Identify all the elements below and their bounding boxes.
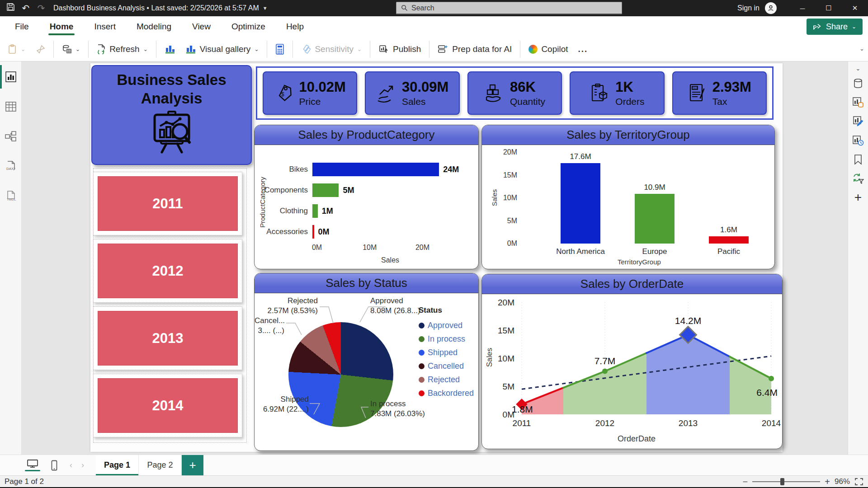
add-page-button[interactable]: +	[182, 455, 203, 476]
zoom-level: 96%	[835, 477, 850, 486]
slicer-2013[interactable]: 2013	[93, 306, 242, 370]
data-pane-icon[interactable]	[848, 74, 868, 93]
menu-modeling[interactable]: Modeling	[126, 16, 182, 37]
search-input[interactable]: Search	[396, 2, 622, 14]
kpi-card-price[interactable]: $ 10.02MPrice	[263, 71, 357, 115]
kpi-card-sales[interactable]: 30.09MSales	[365, 71, 459, 115]
report-title-card[interactable]: Business Sales Analysis	[91, 65, 252, 165]
legend-item-cancelled[interactable]: Cancelled	[419, 359, 474, 373]
add-pane-icon[interactable]: +	[848, 188, 868, 207]
legend-item-backordered[interactable]: Backordered	[419, 386, 474, 400]
bookmarks-pane-icon[interactable]	[848, 150, 868, 169]
close-button[interactable]: ✕	[842, 0, 868, 16]
sensitivity-button[interactable]: Sensitivity ⌄	[298, 42, 364, 57]
line-chart-orderdate[interactable]: Sales by OrderDate Sales 0M5M10M15M20M20…	[481, 274, 783, 449]
title-dropdown-icon[interactable]: ▼	[263, 5, 268, 11]
model-view-icon[interactable]	[0, 125, 22, 148]
refresh-icon	[97, 44, 106, 54]
bar-chart-product-category[interactable]: Sales by ProductCategory ProductCategory…	[254, 125, 479, 269]
clipboard-icon	[8, 44, 17, 54]
menu-optimize[interactable]: Optimize	[221, 16, 276, 37]
get-data-button[interactable]: ⌄	[59, 42, 83, 57]
slicer-2014[interactable]: 2014	[93, 374, 242, 437]
redo-icon[interactable]: ↷	[33, 3, 49, 14]
column-europe[interactable]	[635, 194, 675, 244]
column-chart-territory-group[interactable]: Sales by TerritoryGroup Sales 20M15M10M5…	[481, 125, 775, 269]
prev-page-arrow-icon[interactable]: ‹	[65, 460, 77, 470]
slicer-2011[interactable]: 2011	[93, 172, 242, 235]
legend-item-in-process[interactable]: In process	[419, 332, 474, 346]
view-rail: DAX TMDL	[0, 61, 22, 475]
bar-row: Components5M	[255, 183, 478, 197]
menu-view[interactable]: View	[182, 16, 221, 37]
prep-data-ai-button[interactable]: Prep data for AI	[435, 41, 514, 57]
tax-document-icon: TAX	[688, 83, 707, 103]
bar-x-tick: 0M	[312, 244, 322, 252]
menu-help[interactable]: Help	[276, 16, 314, 37]
legend-item-approved[interactable]: Approved	[419, 319, 474, 332]
col-y-tick: 15M	[496, 171, 517, 179]
zoom-out-button[interactable]: −	[743, 477, 748, 487]
collapse-ribbon-icon[interactable]: ⌄	[859, 45, 864, 52]
share-button[interactable]: Share ⌄	[807, 19, 863, 35]
slicer-2012[interactable]: 2012	[93, 239, 242, 303]
menu-home[interactable]: Home	[39, 16, 84, 37]
search-icon	[401, 5, 408, 11]
report-view-icon[interactable]	[0, 65, 22, 89]
new-visual-button[interactable]	[162, 41, 178, 57]
more-options-button[interactable]: ...	[576, 42, 591, 57]
visual-gallery-button[interactable]: Visual gallery ⌄	[183, 41, 262, 57]
tab-page-1[interactable]: Page 1	[96, 455, 139, 476]
minimize-button[interactable]: ─	[789, 0, 816, 16]
copilot-button[interactable]: Copilot	[526, 42, 571, 57]
mobile-layout-icon[interactable]	[43, 455, 65, 476]
copilot-icon	[528, 45, 538, 54]
desktop-layout-icon[interactable]	[22, 455, 43, 476]
bar-components[interactable]	[312, 183, 339, 197]
format-painter-button[interactable]	[33, 42, 48, 56]
refresh-button[interactable]: Refresh ⌄	[94, 42, 151, 57]
sign-in-link[interactable]: Sign in	[737, 4, 760, 12]
menu-file[interactable]: File	[5, 16, 39, 37]
pie-chart-status[interactable]: Sales by Status Approved8.08M (26.8...) …	[254, 273, 479, 451]
tmdl-view-icon[interactable]: TMDL	[0, 184, 22, 208]
maximize-button[interactable]: ☐	[816, 0, 842, 16]
column-north-america[interactable]	[561, 163, 600, 244]
kpi-card-orders[interactable]: 1KOrders	[570, 71, 664, 115]
undo-icon[interactable]: ↶	[18, 3, 33, 14]
publish-icon	[378, 44, 389, 55]
account-avatar[interactable]	[765, 2, 777, 14]
column-pacific[interactable]	[709, 236, 749, 244]
paste-button[interactable]: ⌄	[5, 42, 28, 57]
next-page-arrow-icon[interactable]: ›	[77, 460, 89, 470]
tab-page-2[interactable]: Page 2	[139, 455, 182, 476]
legend-item-shipped[interactable]: Shipped	[419, 346, 474, 359]
kpi-card-tax[interactable]: TAX 2.93MTax	[672, 71, 767, 115]
build-visual-pane-icon[interactable]	[848, 93, 868, 112]
document-title[interactable]: Dashbord Business Analysis • Last saved:…	[53, 4, 259, 12]
bar-bikes[interactable]	[312, 163, 439, 176]
kpi-card-group[interactable]: $ 10.02MPrice 30.09MSales 86KQuantity 1K…	[256, 66, 774, 120]
new-measure-button[interactable]	[273, 41, 287, 57]
svg-text:TAX: TAX	[692, 87, 697, 89]
analysis-easel-icon	[147, 108, 196, 157]
zoom-slider[interactable]	[752, 481, 820, 482]
zoom-slider-handle[interactable]	[780, 478, 784, 485]
collapse-panes-icon[interactable]: ⌄	[848, 62, 868, 74]
performance-pane-icon[interactable]	[848, 131, 868, 150]
publish-button[interactable]: Publish	[376, 41, 424, 57]
bar-clothing[interactable]	[312, 204, 318, 218]
table-view-icon[interactable]	[0, 95, 22, 118]
menu-insert[interactable]: Insert	[84, 16, 126, 37]
sync-slicers-pane-icon[interactable]	[848, 169, 868, 188]
bar-accessories[interactable]	[312, 225, 314, 239]
fit-to-page-icon[interactable]	[854, 478, 863, 486]
kpi-card-quantity[interactable]: 86KQuantity	[467, 71, 562, 115]
save-icon[interactable]	[3, 3, 18, 13]
format-pane-icon[interactable]	[848, 112, 868, 131]
svg-text:TMDL: TMDL	[7, 197, 16, 202]
zoom-in-button[interactable]: +	[825, 477, 830, 487]
dax-query-view-icon[interactable]: DAX	[0, 155, 22, 178]
legend-item-rejected[interactable]: Rejected	[419, 373, 474, 386]
line-plot[interactable]: 0M5M10M15M20M20112012201320141.8M7.7M14.…	[482, 294, 783, 430]
